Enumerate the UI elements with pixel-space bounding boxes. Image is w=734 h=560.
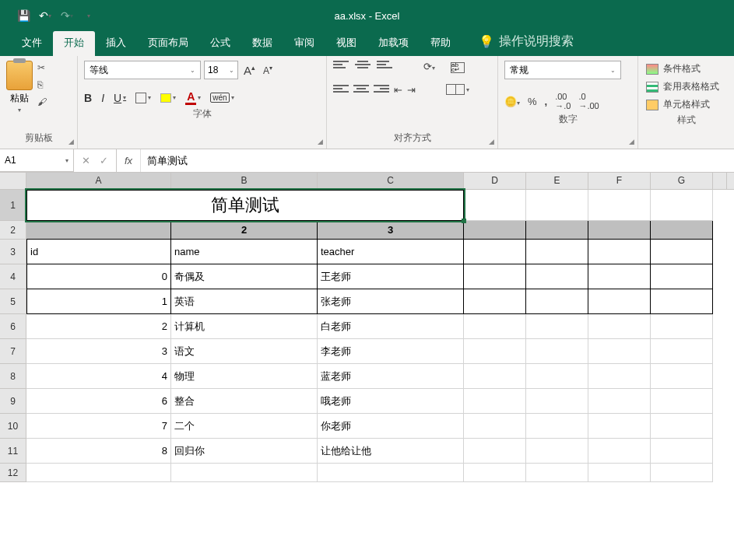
cell-E11[interactable] xyxy=(526,439,588,464)
cell-A9[interactable]: 6 xyxy=(26,389,171,414)
col-header-E[interactable]: E xyxy=(526,173,588,190)
select-all-corner[interactable] xyxy=(0,173,26,190)
cells[interactable]: 23idnameteacher0奇偶及王老师1英语张老师2计算机白老师3语文李老… xyxy=(26,190,713,482)
cell-G12[interactable] xyxy=(651,464,713,482)
menu-view[interactable]: 视图 xyxy=(325,31,367,56)
cell-A5[interactable]: 1 xyxy=(26,289,171,314)
cell-C5[interactable]: 张老师 xyxy=(318,289,464,314)
percent-button[interactable]: % xyxy=(528,96,537,107)
formula-input[interactable]: 简单测试 xyxy=(141,149,734,172)
cell-C8[interactable]: 蓝老师 xyxy=(318,364,464,389)
cell-F2[interactable] xyxy=(588,221,651,240)
cell-D11[interactable] xyxy=(464,439,526,464)
cell-E9[interactable] xyxy=(526,389,588,414)
number-format-select[interactable]: 常规⌄ xyxy=(504,61,621,79)
row-header-5[interactable]: 5 xyxy=(0,289,26,314)
cell-A12[interactable] xyxy=(26,464,171,482)
cell-C2[interactable]: 3 xyxy=(318,221,464,240)
align-right-icon[interactable] xyxy=(374,85,389,96)
font-name-select[interactable]: 等线⌄ xyxy=(84,61,201,79)
cell-C4[interactable]: 王老师 xyxy=(318,264,464,289)
cell-B10[interactable]: 二个 xyxy=(171,414,318,439)
comma-button[interactable]: , xyxy=(545,96,548,107)
cell-D10[interactable] xyxy=(464,414,526,439)
menu-insert[interactable]: 插入 xyxy=(95,31,137,56)
cell-C11[interactable]: 让他给让他 xyxy=(318,439,464,464)
qat-customize-icon[interactable]: ▾ xyxy=(81,8,97,23)
italic-button[interactable]: I xyxy=(101,92,104,104)
copy-icon[interactable]: ⎘ xyxy=(37,79,51,92)
cell-D6[interactable] xyxy=(464,314,526,339)
undo-icon[interactable]: ↶▾ xyxy=(37,8,53,23)
menu-data[interactable]: 数据 xyxy=(241,31,283,56)
cell-F1[interactable] xyxy=(588,190,651,221)
cut-icon[interactable]: ✂ xyxy=(37,62,51,75)
cell-B5[interactable]: 英语 xyxy=(171,289,318,314)
cell-E3[interactable] xyxy=(526,240,588,264)
cell-B7[interactable]: 语文 xyxy=(171,339,318,364)
wrap-text-icon[interactable]: abc↵ xyxy=(451,61,465,75)
cell-F6[interactable] xyxy=(588,314,651,339)
cell-B6[interactable]: 计算机 xyxy=(171,314,318,339)
cell-G4[interactable] xyxy=(651,264,713,289)
row-header-3[interactable]: 3 xyxy=(0,240,26,264)
decrease-decimal-icon[interactable]: .0→.00 xyxy=(578,92,599,110)
alignment-expand-icon[interactable]: ◢ xyxy=(489,138,494,145)
cell-D9[interactable] xyxy=(464,389,526,414)
cell-B4[interactable]: 奇偶及 xyxy=(171,264,318,289)
cell-B2[interactable]: 2 xyxy=(171,221,318,240)
border-button[interactable]: ▾ xyxy=(135,93,151,103)
cell-E5[interactable] xyxy=(526,289,588,314)
font-color-button[interactable]: A▾ xyxy=(185,90,201,105)
cell-G1[interactable] xyxy=(651,190,713,221)
cell-E12[interactable] xyxy=(526,464,588,482)
row-header-8[interactable]: 8 xyxy=(0,364,26,389)
cell-C9[interactable]: 哦老师 xyxy=(318,389,464,414)
cell-G7[interactable] xyxy=(651,339,713,364)
accounting-format-button[interactable]: 🪙▾ xyxy=(504,96,520,107)
redo-icon[interactable]: ↷▾ xyxy=(59,8,75,23)
merged-title-cell[interactable]: 简单测试 xyxy=(26,190,464,221)
row-header-4[interactable]: 4 xyxy=(0,264,26,289)
cell-G3[interactable] xyxy=(651,240,713,264)
cell-A6[interactable]: 2 xyxy=(26,314,171,339)
save-icon[interactable]: 💾 xyxy=(16,8,31,23)
number-expand-icon[interactable]: ◢ xyxy=(629,138,634,145)
cell-A11[interactable]: 8 xyxy=(26,439,171,464)
align-top-icon[interactable] xyxy=(333,61,349,72)
menu-review[interactable]: 审阅 xyxy=(283,31,325,56)
cell-D7[interactable] xyxy=(464,339,526,364)
menu-addins[interactable]: 加载项 xyxy=(367,31,420,56)
cell-D8[interactable] xyxy=(464,364,526,389)
paste-dropdown-icon[interactable]: ▾ xyxy=(18,107,21,114)
cell-F8[interactable] xyxy=(588,364,651,389)
paste-button[interactable]: 粘贴 ▾ xyxy=(6,59,33,129)
cell-B8[interactable]: 物理 xyxy=(171,364,318,389)
cell-E10[interactable] xyxy=(526,414,588,439)
col-header-B[interactable]: B xyxy=(171,173,318,190)
row-header-10[interactable]: 10 xyxy=(0,414,26,439)
cell-E1[interactable] xyxy=(526,190,588,221)
cell-G10[interactable] xyxy=(651,414,713,439)
cell-E8[interactable] xyxy=(526,364,588,389)
decrease-indent-icon[interactable]: ⇤ xyxy=(394,84,402,96)
align-left-icon[interactable] xyxy=(333,85,349,96)
cancel-icon[interactable]: ✕ xyxy=(82,155,90,166)
cell-C10[interactable]: 你老师 xyxy=(318,414,464,439)
col-header-G[interactable]: G xyxy=(651,173,713,190)
cell-C12[interactable] xyxy=(318,464,464,482)
cell-B11[interactable]: 回归你 xyxy=(171,439,318,464)
cell-E7[interactable] xyxy=(526,339,588,364)
cell-G8[interactable] xyxy=(651,364,713,389)
row-header-9[interactable]: 9 xyxy=(0,389,26,414)
decrease-font-icon[interactable]: A▾ xyxy=(261,65,275,76)
cell-F7[interactable] xyxy=(588,339,651,364)
cell-F12[interactable] xyxy=(588,464,651,482)
cell-A7[interactable]: 3 xyxy=(26,339,171,364)
row-header-7[interactable]: 7 xyxy=(0,339,26,364)
row-header-12[interactable]: 12 xyxy=(0,464,26,482)
cell-C7[interactable]: 李老师 xyxy=(318,339,464,364)
format-painter-icon[interactable]: 🖌 xyxy=(37,96,51,109)
menu-home[interactable]: 开始 xyxy=(53,31,95,56)
cell-F5[interactable] xyxy=(588,289,651,314)
